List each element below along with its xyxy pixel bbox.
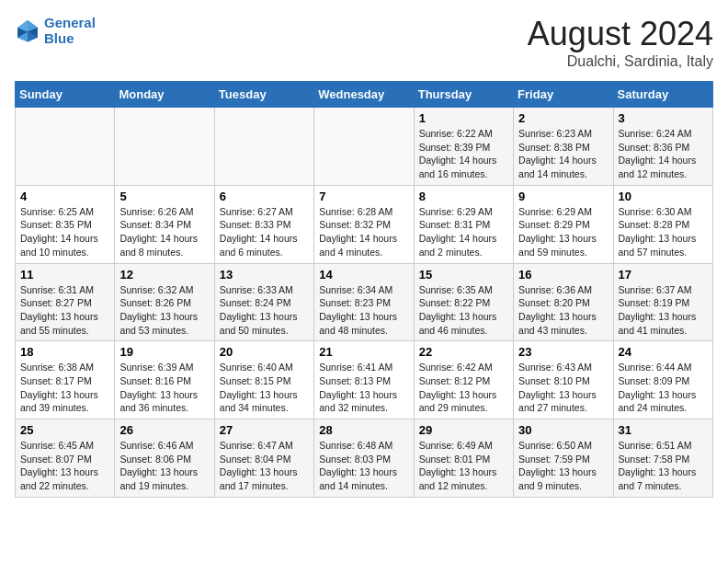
calendar-cell: 6Sunrise: 6:27 AMSunset: 8:33 PMDaylight… (214, 185, 313, 263)
calendar-week-4: 18Sunrise: 6:38 AMSunset: 8:17 PMDayligh… (16, 341, 713, 419)
day-number: 9 (518, 190, 608, 203)
day-number: 1 (419, 111, 508, 125)
calendar-cell: 31Sunrise: 6:51 AMSunset: 7:58 PMDayligh… (613, 419, 712, 498)
day-number: 12 (119, 268, 209, 282)
day-number: 19 (119, 345, 209, 359)
calendar-cell (314, 108, 414, 186)
day-info: Sunrise: 6:40 AMSunset: 8:15 PMDaylight:… (220, 361, 309, 415)
day-number: 23 (518, 345, 608, 359)
calendar-cell (16, 108, 115, 186)
day-number: 24 (619, 345, 708, 359)
day-number: 22 (419, 345, 508, 359)
calendar-cell: 30Sunrise: 6:50 AMSunset: 7:59 PMDayligh… (514, 419, 613, 498)
calendar-cell: 29Sunrise: 6:49 AMSunset: 8:01 PMDayligh… (414, 419, 513, 498)
calendar-cell: 8Sunrise: 6:29 AMSunset: 8:31 PMDaylight… (414, 185, 513, 263)
calendar-cell: 21Sunrise: 6:41 AMSunset: 8:13 PMDayligh… (314, 341, 414, 419)
day-info: Sunrise: 6:34 AMSunset: 8:23 PMDaylight:… (319, 283, 408, 338)
calendar-cell: 23Sunrise: 6:43 AMSunset: 8:10 PMDayligh… (514, 341, 613, 419)
day-number: 13 (220, 268, 309, 282)
day-info: Sunrise: 6:44 AMSunset: 8:09 PMDaylight:… (619, 361, 708, 415)
logo-general: General (44, 15, 96, 30)
logo: General Blue (15, 15, 96, 47)
day-number: 17 (619, 268, 708, 282)
calendar-cell: 19Sunrise: 6:39 AMSunset: 8:16 PMDayligh… (115, 341, 214, 419)
dow-wednesday: Wednesday (314, 82, 414, 108)
calendar-cell: 13Sunrise: 6:33 AMSunset: 8:24 PMDayligh… (214, 263, 313, 341)
day-number: 25 (20, 423, 109, 437)
day-info: Sunrise: 6:25 AMSunset: 8:35 PMDaylight:… (20, 205, 109, 259)
day-info: Sunrise: 6:35 AMSunset: 8:22 PMDaylight:… (419, 283, 508, 338)
calendar-cell: 18Sunrise: 6:38 AMSunset: 8:17 PMDayligh… (16, 341, 115, 419)
dow-tuesday: Tuesday (214, 82, 313, 108)
day-number: 11 (20, 268, 109, 282)
day-info: Sunrise: 6:30 AMSunset: 8:28 PMDaylight:… (619, 205, 708, 259)
day-number: 28 (319, 423, 408, 437)
day-of-week-header: SundayMondayTuesdayWednesdayThursdayFrid… (16, 82, 713, 108)
calendar-table: SundayMondayTuesdayWednesdayThursdayFrid… (15, 81, 713, 498)
calendar-cell: 4Sunrise: 6:25 AMSunset: 8:35 PMDaylight… (16, 185, 115, 263)
dow-monday: Monday (115, 82, 214, 108)
day-info: Sunrise: 6:41 AMSunset: 8:13 PMDaylight:… (319, 361, 408, 415)
page-header: General Blue August 2024 Dualchi, Sardin… (15, 15, 713, 70)
dow-sunday: Sunday (16, 82, 115, 108)
day-info: Sunrise: 6:27 AMSunset: 8:33 PMDaylight:… (220, 205, 309, 259)
day-info: Sunrise: 6:50 AMSunset: 7:59 PMDaylight:… (518, 439, 608, 493)
day-info: Sunrise: 6:51 AMSunset: 7:58 PMDaylight:… (619, 439, 708, 493)
day-info: Sunrise: 6:48 AMSunset: 8:03 PMDaylight:… (319, 439, 408, 493)
day-info: Sunrise: 6:23 AMSunset: 8:38 PMDaylight:… (518, 127, 608, 181)
day-number: 4 (20, 190, 109, 203)
calendar-cell: 26Sunrise: 6:46 AMSunset: 8:06 PMDayligh… (115, 419, 214, 498)
day-number: 7 (319, 190, 408, 203)
day-number: 27 (220, 423, 309, 437)
dow-friday: Friday (514, 82, 613, 108)
day-number: 20 (220, 345, 309, 359)
day-number: 26 (119, 423, 209, 437)
logo-icon (15, 17, 40, 43)
calendar-week-2: 4Sunrise: 6:25 AMSunset: 8:35 PMDaylight… (16, 185, 713, 263)
day-number: 18 (20, 345, 109, 359)
calendar-cell: 1Sunrise: 6:22 AMSunset: 8:39 PMDaylight… (414, 108, 513, 186)
day-number: 31 (619, 423, 708, 437)
day-number: 14 (319, 268, 408, 282)
day-info: Sunrise: 6:43 AMSunset: 8:10 PMDaylight:… (518, 361, 608, 415)
calendar-cell: 24Sunrise: 6:44 AMSunset: 8:09 PMDayligh… (613, 341, 712, 419)
calendar-cell: 25Sunrise: 6:45 AMSunset: 8:07 PMDayligh… (16, 419, 115, 498)
dow-saturday: Saturday (613, 82, 712, 108)
day-info: Sunrise: 6:28 AMSunset: 8:32 PMDaylight:… (319, 205, 408, 259)
calendar-cell: 7Sunrise: 6:28 AMSunset: 8:32 PMDaylight… (314, 185, 414, 263)
calendar-cell: 14Sunrise: 6:34 AMSunset: 8:23 PMDayligh… (314, 263, 414, 341)
calendar-cell: 10Sunrise: 6:30 AMSunset: 8:28 PMDayligh… (613, 185, 712, 263)
day-number: 15 (419, 268, 508, 282)
calendar-cell: 22Sunrise: 6:42 AMSunset: 8:12 PMDayligh… (414, 341, 513, 419)
calendar-cell: 28Sunrise: 6:48 AMSunset: 8:03 PMDayligh… (314, 419, 414, 498)
day-info: Sunrise: 6:42 AMSunset: 8:12 PMDaylight:… (419, 361, 508, 415)
day-info: Sunrise: 6:31 AMSunset: 8:27 PMDaylight:… (20, 283, 109, 338)
day-number: 30 (518, 423, 608, 437)
day-number: 10 (619, 190, 708, 203)
main-title: August 2024 (528, 15, 713, 53)
day-info: Sunrise: 6:37 AMSunset: 8:19 PMDaylight:… (619, 283, 708, 338)
day-number: 21 (319, 345, 408, 359)
calendar-cell: 9Sunrise: 6:29 AMSunset: 8:29 PMDaylight… (514, 185, 613, 263)
day-info: Sunrise: 6:45 AMSunset: 8:07 PMDaylight:… (20, 439, 109, 493)
calendar-cell: 12Sunrise: 6:32 AMSunset: 8:26 PMDayligh… (115, 263, 214, 341)
day-number: 6 (220, 190, 309, 203)
day-info: Sunrise: 6:47 AMSunset: 8:04 PMDaylight:… (220, 439, 309, 493)
day-info: Sunrise: 6:39 AMSunset: 8:16 PMDaylight:… (119, 361, 209, 415)
day-number: 8 (419, 190, 508, 203)
calendar-cell: 20Sunrise: 6:40 AMSunset: 8:15 PMDayligh… (214, 341, 313, 419)
calendar-cell: 3Sunrise: 6:24 AMSunset: 8:36 PMDaylight… (613, 108, 712, 186)
day-number: 5 (119, 190, 209, 203)
day-info: Sunrise: 6:46 AMSunset: 8:06 PMDaylight:… (119, 439, 209, 493)
calendar-cell: 5Sunrise: 6:26 AMSunset: 8:34 PMDaylight… (115, 185, 214, 263)
calendar-cell: 17Sunrise: 6:37 AMSunset: 8:19 PMDayligh… (613, 263, 712, 341)
calendar-week-5: 25Sunrise: 6:45 AMSunset: 8:07 PMDayligh… (16, 419, 713, 498)
day-info: Sunrise: 6:24 AMSunset: 8:36 PMDaylight:… (619, 127, 708, 181)
calendar-cell: 15Sunrise: 6:35 AMSunset: 8:22 PMDayligh… (414, 263, 513, 341)
day-info: Sunrise: 6:29 AMSunset: 8:31 PMDaylight:… (419, 205, 508, 259)
day-info: Sunrise: 6:38 AMSunset: 8:17 PMDaylight:… (20, 361, 109, 415)
calendar-cell: 27Sunrise: 6:47 AMSunset: 8:04 PMDayligh… (214, 419, 313, 498)
title-block: August 2024 Dualchi, Sardinia, Italy (528, 15, 713, 70)
calendar-cell (115, 108, 214, 186)
day-info: Sunrise: 6:32 AMSunset: 8:26 PMDaylight:… (119, 283, 209, 338)
